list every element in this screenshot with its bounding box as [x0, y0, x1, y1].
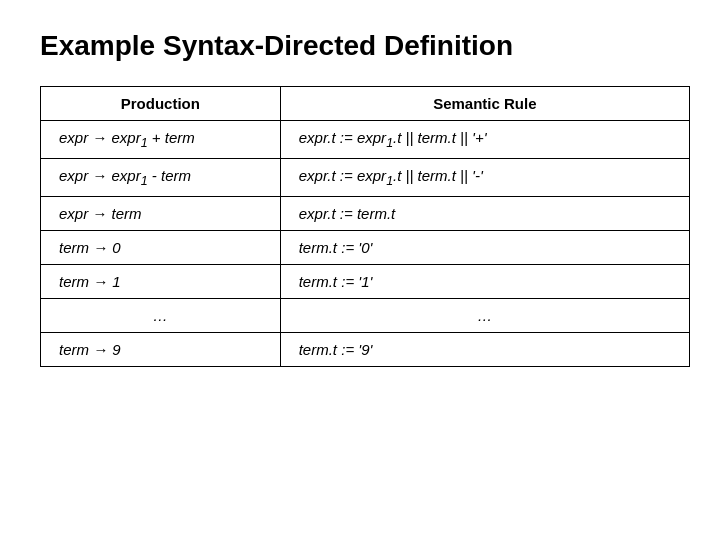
- production-cell-ellipsis: …: [41, 299, 281, 333]
- semantic-cell: term.t := '0': [280, 231, 689, 265]
- production-cell: expr → expr1 - term: [41, 159, 281, 197]
- syntax-directed-definition-table: Production Semantic Rule expr → expr1 + …: [40, 86, 690, 367]
- semantic-cell: expr.t := term.t: [280, 197, 689, 231]
- semantic-cell: expr.t := expr1.t || term.t || '+': [280, 121, 689, 159]
- production-cell: term → 9: [41, 333, 281, 367]
- semantic-cell-ellipsis: …: [280, 299, 689, 333]
- semantic-header: Semantic Rule: [280, 87, 689, 121]
- production-cell: term → 0: [41, 231, 281, 265]
- table-row: expr → expr1 + term expr.t := expr1.t ||…: [41, 121, 690, 159]
- semantic-cell: term.t := '1': [280, 265, 689, 299]
- table-header-row: Production Semantic Rule: [41, 87, 690, 121]
- production-cell: expr → expr1 + term: [41, 121, 281, 159]
- production-header: Production: [41, 87, 281, 121]
- table-row: term → 0 term.t := '0': [41, 231, 690, 265]
- semantic-cell: term.t := '9': [280, 333, 689, 367]
- table-row: term → 9 term.t := '9': [41, 333, 690, 367]
- production-cell: expr → term: [41, 197, 281, 231]
- semantic-cell: expr.t := expr1.t || term.t || '-': [280, 159, 689, 197]
- production-cell: term → 1: [41, 265, 281, 299]
- table-row: expr → term expr.t := term.t: [41, 197, 690, 231]
- table-row: … …: [41, 299, 690, 333]
- table-row: term → 1 term.t := '1': [41, 265, 690, 299]
- table-row: expr → expr1 - term expr.t := expr1.t ||…: [41, 159, 690, 197]
- page-title: Example Syntax-Directed Definition: [40, 30, 513, 62]
